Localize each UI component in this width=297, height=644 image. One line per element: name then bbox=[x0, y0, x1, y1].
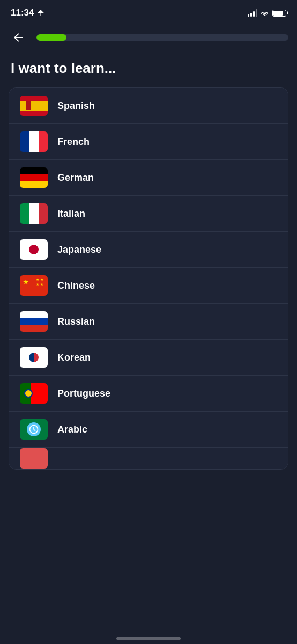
progress-bar-fill bbox=[36, 34, 66, 41]
language-item-japanese[interactable]: Japanese bbox=[9, 232, 288, 268]
back-button[interactable] bbox=[9, 28, 28, 47]
language-item-german[interactable]: German bbox=[9, 160, 288, 196]
location-icon bbox=[37, 9, 44, 17]
flag-chinese: ★ ★ ★ ★ ★ bbox=[20, 275, 48, 296]
flag-japanese bbox=[20, 239, 48, 260]
language-name-french: French bbox=[57, 136, 90, 148]
language-item-partial[interactable] bbox=[9, 448, 288, 469]
flag-german bbox=[20, 167, 48, 188]
language-name-spanish: Spanish bbox=[57, 100, 95, 112]
home-indicator-bar bbox=[116, 637, 181, 640]
language-name-italian: Italian bbox=[57, 208, 85, 219]
signal-icon bbox=[248, 9, 257, 17]
language-name-korean: Korean bbox=[57, 352, 91, 363]
language-name-chinese: Chinese bbox=[57, 280, 95, 291]
status-icons bbox=[248, 9, 286, 17]
flag-russian bbox=[20, 311, 48, 332]
time-display: 11:34 bbox=[11, 8, 34, 18]
language-name-japanese: Japanese bbox=[57, 244, 101, 255]
language-item-portuguese[interactable]: Portuguese bbox=[9, 376, 288, 412]
flag-arabic bbox=[20, 419, 48, 440]
language-item-italian[interactable]: Italian bbox=[9, 196, 288, 232]
language-item-arabic[interactable]: Arabic bbox=[9, 412, 288, 448]
language-name-arabic: Arabic bbox=[57, 424, 87, 435]
flag-partial bbox=[20, 448, 48, 469]
language-item-russian[interactable]: Russian bbox=[9, 304, 288, 340]
flag-korean bbox=[20, 347, 48, 368]
language-name-portuguese: Portuguese bbox=[57, 388, 110, 399]
flag-italian bbox=[20, 203, 48, 224]
language-item-chinese[interactable]: ★ ★ ★ ★ ★ Chinese bbox=[9, 268, 288, 304]
wifi-icon bbox=[261, 10, 269, 16]
status-bar: 11:34 bbox=[0, 0, 297, 24]
language-item-korean[interactable]: Korean bbox=[9, 340, 288, 376]
language-item-spanish[interactable]: Spanish bbox=[9, 88, 288, 124]
flag-portuguese bbox=[20, 383, 48, 404]
status-time: 11:34 bbox=[11, 8, 44, 18]
language-item-french[interactable]: French bbox=[9, 124, 288, 160]
language-name-russian: Russian bbox=[57, 316, 95, 327]
flag-spanish bbox=[20, 96, 48, 116]
language-name-german: German bbox=[57, 172, 94, 184]
language-list: Spanish French German Italian Japa bbox=[9, 87, 288, 470]
battery-icon bbox=[272, 10, 286, 17]
page-title: I want to learn... bbox=[0, 56, 297, 87]
home-indicator bbox=[0, 631, 297, 644]
flag-french bbox=[20, 131, 48, 152]
top-nav bbox=[0, 24, 297, 56]
progress-bar bbox=[36, 34, 288, 41]
